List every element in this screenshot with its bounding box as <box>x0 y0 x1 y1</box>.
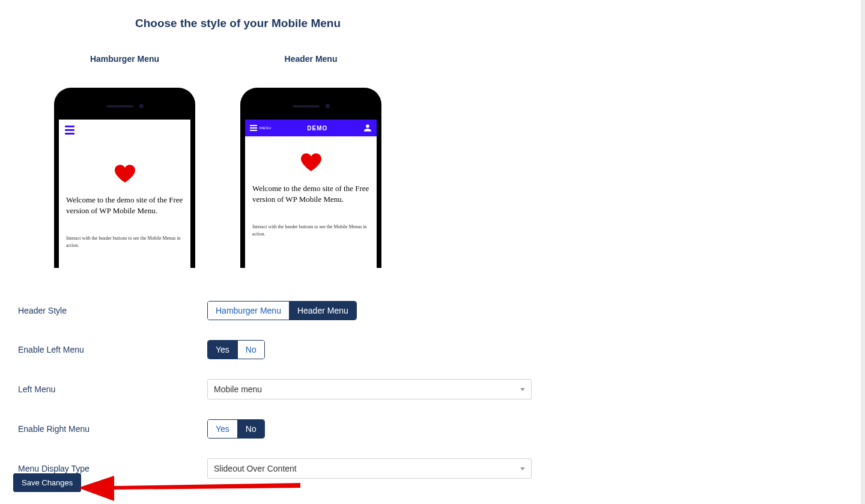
header-style-toggle: Hamburger Menu Header Menu <box>207 301 357 320</box>
left-menu-select[interactable]: Mobile menu <box>207 379 532 399</box>
preview-sub-text: Interact with the header buttons to see … <box>59 235 190 249</box>
header-menu-word: MENU <box>260 126 272 130</box>
hamburger-icon <box>250 125 257 131</box>
enable-left-toggle: Yes No <box>207 340 265 359</box>
preview-sub-text: Interact with the header buttons to see … <box>245 223 377 237</box>
preview-hamburger[interactable]: Hamburger Menu Welcome to the demo site … <box>54 54 195 268</box>
settings-form: Header Style Hamburger Menu Header Menu … <box>18 301 865 479</box>
enable-right-yes[interactable]: Yes <box>208 420 237 438</box>
phone-mock-header: MENU DEMO Welcome to the demo site of th… <box>240 88 381 268</box>
display-type-select[interactable]: Slideout Over Content <box>207 458 532 479</box>
heart-icon <box>245 153 377 171</box>
display-type-value: Slideout Over Content <box>214 464 297 473</box>
save-changes-button[interactable]: Save Changes <box>13 473 81 492</box>
enable-left-yes[interactable]: Yes <box>208 341 237 359</box>
style-previews: Hamburger Menu Welcome to the demo site … <box>54 54 865 268</box>
chevron-down-icon <box>520 388 525 391</box>
enable-left-label: Enable Left Menu <box>18 345 207 354</box>
header-style-header-option[interactable]: Header Menu <box>289 302 356 320</box>
header-bar: MENU DEMO <box>245 120 377 136</box>
chevron-down-icon <box>520 467 525 470</box>
preview-body-text: Welcome to the demo site of the Free ver… <box>59 195 190 216</box>
enable-right-no[interactable]: No <box>237 420 264 438</box>
phone-mock-hamburger: Welcome to the demo site of the Free ver… <box>54 88 195 268</box>
left-menu-value: Mobile menu <box>214 384 262 394</box>
header-demo-title: DEMO <box>307 125 327 132</box>
preview-body-text: Welcome to the demo site of the Free ver… <box>245 183 377 204</box>
enable-right-label: Enable Right Menu <box>18 424 207 434</box>
user-icon <box>363 124 372 132</box>
header-style-hamburger-option[interactable]: Hamburger Menu <box>208 302 289 320</box>
heart-icon <box>59 165 190 183</box>
hamburger-icon <box>59 120 190 141</box>
left-menu-label: Left Menu <box>18 384 207 394</box>
header-style-label: Header Style <box>18 306 207 315</box>
preview-hamburger-label: Hamburger Menu <box>90 54 159 64</box>
page-title: Choose the style of your Mobile Menu <box>0 17 865 30</box>
scrollbar[interactable] <box>861 0 865 504</box>
preview-header-label: Header Menu <box>285 54 338 64</box>
enable-left-no[interactable]: No <box>237 341 264 359</box>
preview-header[interactable]: Header Menu MENU DEMO Welcome to the dem… <box>240 54 381 268</box>
display-type-label: Menu Display Type <box>18 464 207 473</box>
enable-right-toggle: Yes No <box>207 419 265 439</box>
